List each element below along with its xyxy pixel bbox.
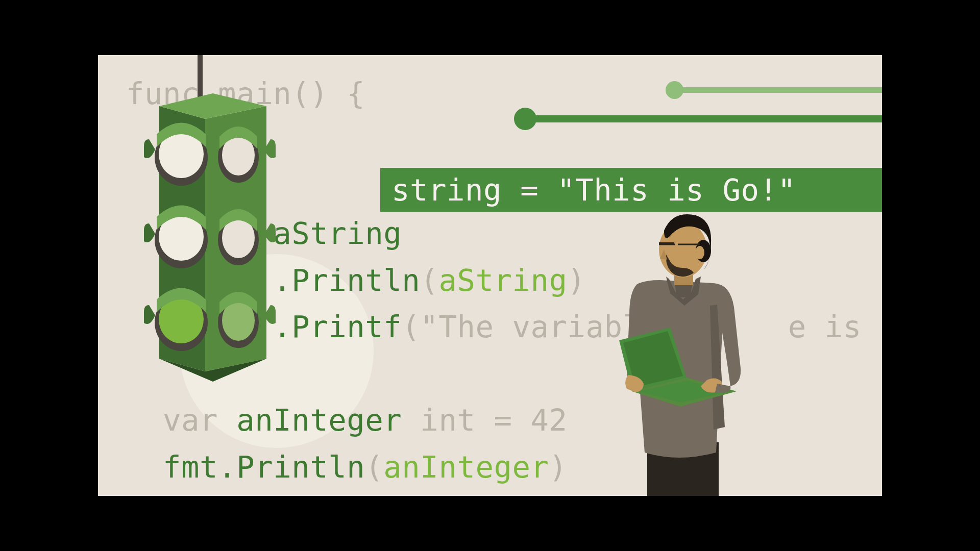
code-pkg-fmt: fmt [163, 449, 218, 485]
illustration-canvas: func main() { aString .Println(aString) … [98, 55, 882, 496]
code-highlight-text: string = "This is Go!" [391, 172, 796, 208]
traffic-light-icon [124, 55, 282, 392]
decorative-line-dark [522, 115, 882, 122]
code-func-printf: .Printf [273, 309, 402, 344]
decorative-line-light [672, 87, 882, 93]
svg-point-21 [695, 246, 704, 259]
code-func-println: .Println [273, 263, 420, 298]
person-icon [599, 213, 757, 496]
code-param-aninteger: anInteger [383, 449, 549, 485]
code-func-println2: .Println [218, 449, 365, 485]
svg-rect-22 [659, 242, 674, 244]
code-param-astring: aString [438, 263, 567, 298]
code-var-aninteger: anInteger [236, 403, 402, 438]
code-var-astring: aString [273, 216, 402, 251]
